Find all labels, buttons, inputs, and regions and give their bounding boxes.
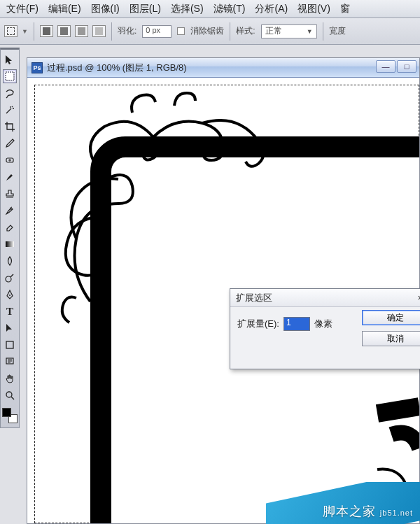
notes-tool-icon[interactable] <box>3 355 17 369</box>
selection-subtract-icon[interactable] <box>75 25 88 37</box>
healing-tool-icon[interactable] <box>3 153 17 167</box>
marquee-tool-icon[interactable] <box>3 69 17 83</box>
style-value: 正常 <box>265 25 282 37</box>
dialog-title-text: 扩展选区 <box>236 292 272 304</box>
menu-analyze[interactable]: 分析(A) <box>250 3 293 15</box>
selection-intersect-icon[interactable] <box>92 25 106 37</box>
eyedropper-tool-icon[interactable] <box>3 136 17 150</box>
menu-file[interactable]: 文件(F) <box>1 3 43 15</box>
stamp-tool-icon[interactable] <box>3 187 17 201</box>
ok-button[interactable]: 确定 <box>362 310 420 325</box>
photoshop-doc-icon: Ps <box>31 62 43 73</box>
svg-point-3 <box>6 276 11 282</box>
type-tool-icon[interactable]: T <box>3 304 17 318</box>
hand-tool-icon[interactable] <box>3 371 17 385</box>
menu-window[interactable]: 窗 <box>335 3 355 15</box>
menu-layer[interactable]: 图层(L) <box>125 3 166 15</box>
svg-point-7 <box>6 392 12 397</box>
selection-new-icon[interactable] <box>40 25 53 37</box>
lasso-tool-icon[interactable] <box>3 86 17 100</box>
expand-label: 扩展量(E): <box>237 318 279 330</box>
divider <box>111 22 112 41</box>
divider <box>323 22 323 41</box>
gradient-tool-icon[interactable] <box>3 237 17 251</box>
wand-tool-icon[interactable] <box>3 103 17 117</box>
antialias-checkbox[interactable] <box>177 27 185 35</box>
eraser-tool-icon[interactable] <box>3 220 17 234</box>
history-brush-tool-icon[interactable] <box>3 204 17 218</box>
selection-add-icon[interactable] <box>57 25 71 37</box>
color-swatch-icon[interactable] <box>2 408 18 423</box>
width-label: 宽度 <box>329 25 346 37</box>
svg-point-4 <box>9 295 10 296</box>
expand-amount-input[interactable]: 1 <box>284 317 310 331</box>
close-icon[interactable]: × <box>417 292 420 303</box>
divider <box>230 22 230 41</box>
menu-view[interactable]: 视图(V) <box>293 3 335 15</box>
dialog-titlebar[interactable]: 扩展选区 × <box>230 289 420 307</box>
feather-label: 羽化: <box>118 25 136 37</box>
svg-rect-0 <box>6 72 14 80</box>
foreground-color-swatch[interactable] <box>2 408 11 417</box>
antialias-label: 消除锯齿 <box>190 25 224 37</box>
svg-rect-2 <box>6 241 14 247</box>
document-titlebar[interactable]: Ps 过程.psd @ 100% (图层 1, RGB/8) — □ <box>27 58 419 78</box>
menu-select[interactable]: 选择(S) <box>166 3 209 15</box>
menu-edit[interactable]: 编辑(E) <box>43 3 86 15</box>
brush-tool-icon[interactable] <box>3 170 17 184</box>
divider <box>34 22 34 41</box>
menu-filter[interactable]: 滤镜(T) <box>209 3 251 15</box>
selection-mode-group <box>40 25 106 37</box>
minimize-button[interactable]: — <box>376 60 396 73</box>
svg-rect-5 <box>6 341 13 348</box>
expand-selection-dialog: 扩展选区 × 扩展量(E): 1 像素 确定 取消 <box>230 288 420 369</box>
pen-tool-icon[interactable] <box>3 288 17 302</box>
feather-input[interactable]: 0 px <box>142 25 172 38</box>
app-body: T Ps 过程.psd @ 100% (图层 1, RGB/8) — □ <box>0 45 420 524</box>
cancel-button[interactable]: 取消 <box>362 331 420 346</box>
path-select-tool-icon[interactable] <box>3 321 17 335</box>
chevron-down-icon: ▼ <box>307 28 313 35</box>
style-dropdown[interactable]: 正常 ▼ <box>261 24 317 38</box>
crop-tool-icon[interactable] <box>3 120 17 134</box>
move-tool-icon[interactable] <box>3 52 17 66</box>
watermark: 脚本之家 jb51.net <box>266 482 420 524</box>
blur-tool-icon[interactable] <box>3 254 17 268</box>
style-label: 样式: <box>236 25 255 37</box>
dropdown-arrow-icon[interactable]: ▼ <box>22 28 28 35</box>
zoom-tool-icon[interactable] <box>3 388 17 402</box>
shape-tool-icon[interactable] <box>3 338 17 352</box>
menu-image[interactable]: 图像(I) <box>86 3 125 15</box>
marquee-tool-icon[interactable] <box>4 25 18 37</box>
unit-label: 像素 <box>314 318 332 330</box>
options-bar: ▼ 羽化: 0 px 消除锯齿 样式: 正常 ▼ 宽度 <box>0 18 420 45</box>
watermark-name: 脚本之家 <box>323 503 376 520</box>
maximize-button[interactable]: □ <box>397 60 416 73</box>
toolbox: T <box>0 48 20 428</box>
watermark-url: jb51.net <box>380 509 413 517</box>
dodge-tool-icon[interactable] <box>3 271 17 285</box>
menu-bar: 文件(F) 编辑(E) 图像(I) 图层(L) 选择(S) 滤镜(T) 分析(A… <box>0 0 420 18</box>
document-title: 过程.psd @ 100% (图层 1, RGB/8) <box>47 62 187 74</box>
